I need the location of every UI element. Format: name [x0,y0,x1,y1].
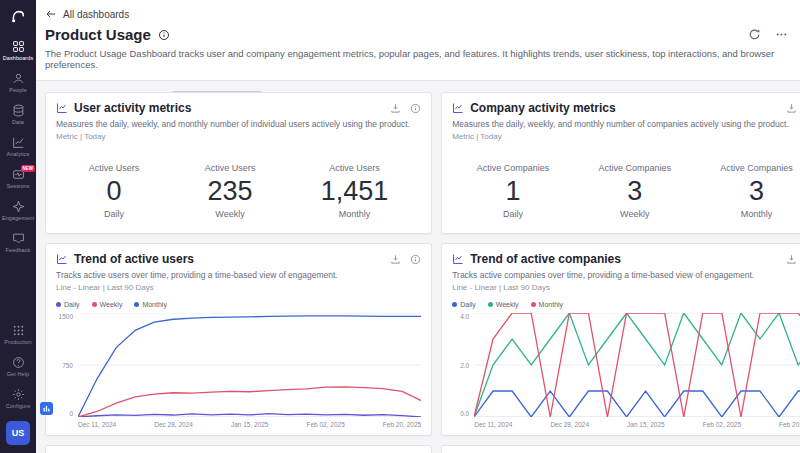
sidebar-item-analytics[interactable]: Analytics [0,131,36,163]
card-meta: Line - Linear | Last 90 Days [452,283,800,292]
card-trend-active-companies: Trend of active companies Tracks active … [441,243,800,436]
feedback-icon [12,232,25,245]
stat-active-users-monthly: Active Users 1,451 Monthly [321,163,389,219]
line-chart-icon [452,253,464,265]
info-icon[interactable] [410,103,421,114]
download-icon[interactable] [390,103,401,114]
legend-item-daily[interactable]: Daily [452,301,476,308]
stat-period: Weekly [205,209,256,219]
card-meta: Line - Linear | Last 90 Days [56,283,421,292]
legend-label: Daily [460,301,476,308]
more-options-icon[interactable] [775,28,788,41]
sidebar-item-label: People [9,87,27,93]
workspace-badge[interactable]: US [6,421,30,445]
metric-chart-icon [452,102,464,114]
card-partial [441,445,800,453]
back-arrow-icon [45,8,57,20]
sidebar-item-label: Feedback [6,247,31,253]
gear-icon [12,388,25,401]
sidebar-item-label: Engagement [2,215,34,221]
x-axis-labels: Dec 11, 2024Dec 28, 2024Jan 15, 2025Feb … [56,421,421,428]
sidebar-item-data[interactable]: Data [0,99,36,131]
download-icon[interactable] [390,254,401,265]
engagement-icon [12,200,25,213]
card-description: Tracks active companies over time, provi… [452,270,800,280]
sidebar-item-label: Sessions [6,183,29,189]
sidebar-item-dashboards[interactable]: Dashboards [0,35,36,67]
sidebar-item-engagement[interactable]: Engagement [0,195,36,227]
stat-period: Daily [89,209,140,219]
stat-label: Active Companies [477,163,550,173]
stat-period: Monthly [321,209,389,219]
back-link-label: All dashboards [63,9,129,20]
y-axis-labels: 4.02.00.0 [452,313,474,417]
sidebar-item-configure[interactable]: Configure [0,383,36,415]
legend-item-monthly[interactable]: Monthly [134,301,167,308]
stat-value: 3 [598,176,671,207]
legend-label: Weekly [100,301,123,308]
sidebar-item-label: Get Help [7,371,30,377]
sidebar: Dashboards People Data Analytics NEW Ses… [0,0,36,453]
legend-dot [92,302,97,307]
sidebar-item-label: Dashboards [3,55,34,61]
legend-item-weekly[interactable]: Weekly [488,301,519,308]
legend-label: Monthly [142,301,167,308]
page-description: The Product Usage Dashboard tracks user … [45,48,788,70]
sidebar-item-label: Production [4,339,31,345]
resource-center-launcher[interactable] [40,402,53,415]
chart-legend: DailyWeeklyMonthly [56,301,421,308]
card-company-activity-metrics: Company activity metrics Measures the da… [441,92,800,234]
download-icon[interactable] [786,254,797,265]
x-axis-labels: Dec 11, 2024Dec 28, 2024Jan 15, 2025Feb … [452,421,800,428]
legend-item-monthly[interactable]: Monthly [531,301,564,308]
card-title: Company activity metrics [470,101,615,115]
stat-value: 1 [477,176,550,207]
card-user-activity-metrics: User activity metrics Measures the daily… [45,92,432,234]
legend-dot [134,302,139,307]
database-icon [12,104,25,117]
card-title: User activity metrics [74,101,191,115]
dashboards-icon [12,40,25,53]
stat-active-companies-daily: Active Companies 1 Daily [477,163,550,219]
stat-period: Weekly [598,209,671,219]
stat-label: Active Users [321,163,389,173]
chart-legend: DailyWeeklyMonthly [452,301,800,308]
title-info-icon[interactable] [158,29,170,41]
stat-value: 235 [205,176,256,207]
dashboard-grid: User activity metrics Measures the daily… [45,92,790,453]
stat-label: Active Users [89,163,140,173]
download-icon[interactable] [786,103,797,114]
page-title: Product Usage [45,26,151,43]
stat-active-users-daily: Active Users 0 Daily [89,163,140,219]
metric-chart-icon [56,102,68,114]
line-chart-plot[interactable] [78,313,421,417]
legend-dot [56,302,61,307]
stat-period: Daily [477,209,550,219]
card-title: Trend of active companies [470,252,621,266]
sidebar-item-feedback[interactable]: Feedback [0,227,36,259]
refresh-icon[interactable] [748,28,761,41]
app-logo[interactable] [10,7,26,27]
card-partial [45,445,432,453]
line-chart-plot[interactable] [474,313,800,417]
stat-label: Active Companies [598,163,671,173]
production-icon [12,324,25,337]
stat-active-companies-monthly: Active Companies 3 Monthly [720,163,793,219]
back-to-dashboards-link[interactable]: All dashboards [45,8,129,20]
sidebar-item-get-help[interactable]: Get Help [0,351,36,383]
page-header: All dashboards Product Usage The Product… [36,0,800,81]
card-description: Measures the daily, weekly, and monthly … [56,119,421,129]
card-description: Tracks active users over time, providing… [56,270,421,280]
sidebar-item-production[interactable]: Production [0,319,36,351]
sidebar-item-people[interactable]: People [0,67,36,99]
sidebar-item-sessions[interactable]: NEW Sessions [0,163,36,195]
stat-label: Active Users [205,163,256,173]
legend-item-weekly[interactable]: Weekly [92,301,123,308]
legend-label: Daily [64,301,80,308]
main-content: All dashboards Product Usage The Product… [36,0,800,453]
stat-value: 1,451 [321,176,389,207]
legend-item-daily[interactable]: Daily [56,301,80,308]
legend-dot [531,302,536,307]
info-icon[interactable] [410,254,421,265]
card-trend-active-users: Trend of active users Tracks active user… [45,243,432,436]
